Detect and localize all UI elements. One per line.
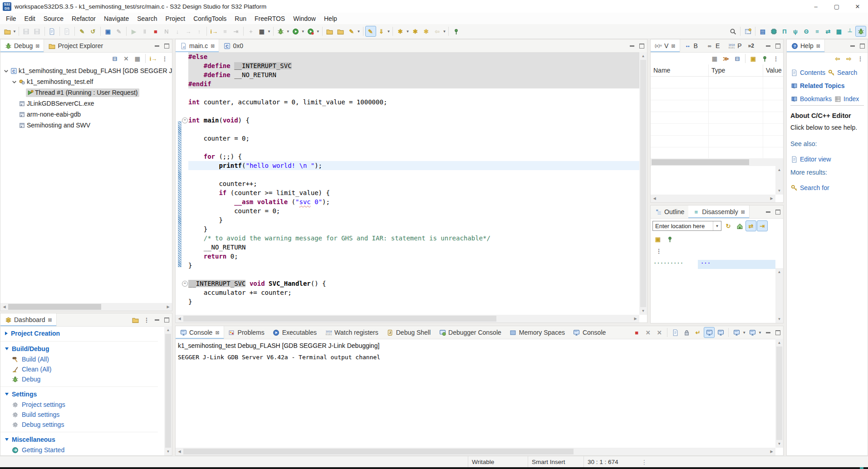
help-link-contents[interactable]: Contents xyxy=(790,69,825,76)
new-view-icon[interactable]: ▣ xyxy=(652,234,663,244)
detail-hscrollbar[interactable]: ◀ ▶ xyxy=(651,195,775,202)
menu-item-run[interactable]: Run xyxy=(230,13,250,24)
dashboard-link-build-all-[interactable]: Build (All) xyxy=(0,354,158,364)
minimize-icon[interactable] xyxy=(766,45,770,47)
scroll-up-arrow[interactable]: ▲ xyxy=(775,339,783,347)
scroll-lock-icon[interactable] xyxy=(681,327,692,338)
dashboard-link-getting-started[interactable]: Getting Started xyxy=(0,445,158,455)
dropdown-arrow-icon[interactable]: ▼ xyxy=(301,29,305,34)
maximize-icon[interactable] xyxy=(775,210,780,215)
home-icon[interactable] xyxy=(734,220,745,231)
menu-item-project[interactable]: Project xyxy=(162,13,190,24)
dropdown-arrow-icon[interactable]: ▼ xyxy=(742,331,746,335)
save-icon[interactable] xyxy=(21,26,32,37)
code-line[interactable]: } xyxy=(176,297,639,306)
help-back-icon[interactable]: ⇦ xyxy=(832,53,843,64)
console-tab-executables[interactable]: Executables xyxy=(269,326,321,339)
ct-ivt-icon[interactable]: ▤ xyxy=(757,26,768,37)
suspend-icon[interactable]: ‖ xyxy=(139,26,150,37)
build-icon[interactable] xyxy=(47,26,58,37)
variables-detail-pane[interactable] xyxy=(651,166,783,195)
code-line[interactable]: accumulator += counter; xyxy=(176,288,639,297)
help-link-search-for[interactable]: Search for xyxy=(790,184,829,191)
scroll-left-arrow[interactable]: ◀ xyxy=(176,315,183,322)
run-icon[interactable] xyxy=(290,26,301,37)
menu-item-source[interactable]: Source xyxy=(39,13,68,24)
help-link-editor-view[interactable]: Editor view xyxy=(790,156,831,163)
console-tab-console[interactable]: Console xyxy=(569,326,610,339)
view-menu-icon[interactable]: ⋮ xyxy=(855,53,866,64)
new-wizard-icon[interactable] xyxy=(2,26,13,37)
tree-item[interactable]: k1_semihosting_test.elf xyxy=(18,78,95,86)
console-tab-problems[interactable]: Problems xyxy=(224,326,269,339)
scroll-down-arrow[interactable]: ▼ xyxy=(775,187,783,195)
dropdown-arrow-icon[interactable]: ▼ xyxy=(758,331,762,335)
edit-config-icon[interactable]: ✎ xyxy=(77,26,88,37)
tree-item[interactable]: k1_semihosting_test Debug_FLASH [GDB SEG… xyxy=(10,67,172,75)
detail-vscrollbar[interactable]: ▲ ▼ xyxy=(775,166,783,195)
column-header-name[interactable]: Name xyxy=(651,64,709,76)
code-line[interactable]: for (;;) { xyxy=(176,152,639,161)
scroll-up-arrow[interactable]: ▲ xyxy=(775,268,783,276)
maximize-icon[interactable] xyxy=(164,44,169,49)
location-combo[interactable]: Enter location here ▼ xyxy=(652,221,721,231)
dropdown-arrow-icon[interactable]: ▼ xyxy=(316,29,320,34)
variables-hscrollbar[interactable] xyxy=(651,158,783,166)
word-wrap-icon[interactable]: ↵ xyxy=(692,327,703,338)
close-icon[interactable]: ⊠ xyxy=(741,209,745,215)
code-line[interactable]: return 0; xyxy=(176,252,639,261)
scroll-right-arrow[interactable]: ▶ xyxy=(632,315,639,322)
save-all-icon[interactable] xyxy=(32,26,43,37)
ct-chip-icon[interactable] xyxy=(768,26,779,37)
code-line[interactable]: __INTERRUPT_SVC void SVC_Handler() { xyxy=(176,279,639,288)
show-columns-icon[interactable]: ▦ xyxy=(709,53,720,64)
step-into-icon[interactable]: ↓ xyxy=(172,26,183,37)
toggle-mark-occurrences-icon[interactable]: ✎ xyxy=(365,26,376,37)
dashboard-link-clean-all-[interactable]: Clean (All) xyxy=(0,364,158,374)
dropdown-arrow-icon[interactable]: ▼ xyxy=(406,29,409,34)
console-vscrollbar[interactable]: ▲ ▼ xyxy=(775,339,783,448)
scroll-thumb[interactable] xyxy=(183,316,496,322)
code-line[interactable]: #else xyxy=(176,52,639,61)
view-menu-icon[interactable]: ⋮ xyxy=(653,245,664,256)
step-return-icon[interactable]: ↑ xyxy=(194,26,205,37)
dashboard-vscrollbar[interactable]: ▲ ▼ xyxy=(164,326,172,455)
debug-perspective-icon[interactable] xyxy=(855,26,866,37)
grid-icon[interactable]: ▩ xyxy=(132,53,143,64)
dropdown-arrow-icon[interactable]: ▼ xyxy=(267,29,271,34)
dashboard-section-header[interactable]: Project Creation xyxy=(0,327,158,339)
remove-terminated-icon[interactable]: ✕ xyxy=(121,53,132,64)
scroll-thumb[interactable] xyxy=(640,60,646,307)
resume-icon[interactable]: ▶ xyxy=(128,26,139,37)
expander-chevron-icon[interactable] xyxy=(2,68,10,74)
maximize-icon[interactable] xyxy=(860,44,865,49)
code-line[interactable] xyxy=(176,125,639,134)
close-icon[interactable]: ⊠ xyxy=(215,330,219,336)
close-icon[interactable]: ⊠ xyxy=(211,43,215,49)
menu-item-navigate[interactable]: Navigate xyxy=(100,13,133,24)
refresh-icon[interactable]: ↻ xyxy=(723,220,734,231)
expander-chevron-icon[interactable] xyxy=(10,78,18,85)
open-element-icon[interactable]: ▣ xyxy=(103,26,113,37)
open-type-icon[interactable] xyxy=(324,26,335,37)
table-row[interactable] xyxy=(651,88,783,100)
scroll-right-arrow[interactable]: ▶ xyxy=(768,448,775,455)
code-line[interactable] xyxy=(176,107,639,116)
console-tab-memory-spaces[interactable]: Memory Spaces xyxy=(505,326,569,339)
view-menu-icon[interactable]: ⋮ xyxy=(159,53,170,64)
external-tools-icon[interactable] xyxy=(305,26,316,37)
ct-board-icon[interactable]: ▦ xyxy=(834,26,844,37)
minimize-icon[interactable] xyxy=(630,45,634,47)
console-tab-debugger-console[interactable]: Debugger Console xyxy=(435,326,505,339)
help-forward-icon[interactable]: ⇨ xyxy=(843,53,854,64)
disassembly-vscrollbar[interactable]: ▲ ▼ xyxy=(775,268,783,323)
table-row[interactable] xyxy=(651,124,783,136)
minimize-icon[interactable] xyxy=(850,45,855,47)
help-link-search[interactable]: Search xyxy=(828,69,857,76)
scroll-thumb[interactable] xyxy=(652,159,749,165)
minimize-icon[interactable] xyxy=(766,332,770,333)
dashboard-section-header[interactable]: Settings xyxy=(0,388,158,400)
scroll-down-arrow[interactable]: ▼ xyxy=(164,448,172,455)
ct-swap-icon[interactable]: ⇄ xyxy=(823,26,834,37)
instruction-stepping-icon[interactable]: i→ xyxy=(209,26,220,37)
